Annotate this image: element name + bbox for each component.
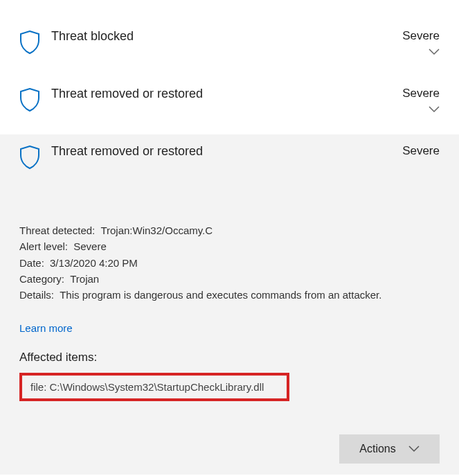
actions-button[interactable]: Actions: [339, 434, 440, 464]
threat-item[interactable]: Threat blocked Severe: [0, 19, 459, 77]
threat-title: Threat removed or restored: [51, 144, 203, 159]
alert-level-label: Alert level:: [19, 240, 68, 252]
details-value: This program is dangerous and executes c…: [60, 289, 381, 301]
shield-icon: [19, 88, 40, 114]
actions-row: Actions: [0, 415, 459, 475]
threat-detected-label: Threat detected:: [19, 224, 95, 236]
severity-label: Severe: [402, 87, 440, 100]
threat-details: Threat detected: Trojan:Win32/Occamy.C A…: [0, 189, 459, 415]
severity-label: Severe: [402, 144, 440, 158]
affected-item-highlight: file: C:\Windows\System32\StartupCheckLi…: [19, 373, 289, 401]
threat-item-expanded[interactable]: Threat removed or restored Severe: [0, 134, 459, 189]
threat-title: Threat blocked: [51, 29, 134, 44]
threat-list: Threat blocked Severe Threat removed or …: [0, 19, 459, 475]
shield-icon: [19, 30, 40, 56]
date-label: Date:: [19, 257, 44, 269]
affected-items-heading: Affected items:: [19, 351, 440, 364]
threat-detected-value: Trojan:Win32/Occamy.C: [100, 224, 213, 236]
actions-button-label: Actions: [359, 443, 395, 455]
alert-level-value: Severe: [73, 240, 107, 252]
threat-title: Threat removed or restored: [51, 87, 203, 101]
date-value: 3/13/2020 4:20 PM: [50, 257, 138, 269]
chevron-down-icon[interactable]: [429, 46, 440, 58]
learn-more-link[interactable]: Learn more: [19, 322, 73, 334]
chevron-down-icon: [408, 443, 420, 455]
category-value: Trojan: [70, 273, 99, 285]
threat-item[interactable]: Threat removed or restored Severe: [0, 77, 459, 134]
shield-icon: [19, 146, 40, 171]
affected-item-path: file: C:\Windows\System32\StartupCheckLi…: [30, 381, 278, 393]
severity-label: Severe: [402, 29, 440, 43]
category-label: Category:: [19, 273, 64, 285]
chevron-down-icon[interactable]: [429, 103, 440, 115]
details-label: Details:: [19, 289, 54, 301]
